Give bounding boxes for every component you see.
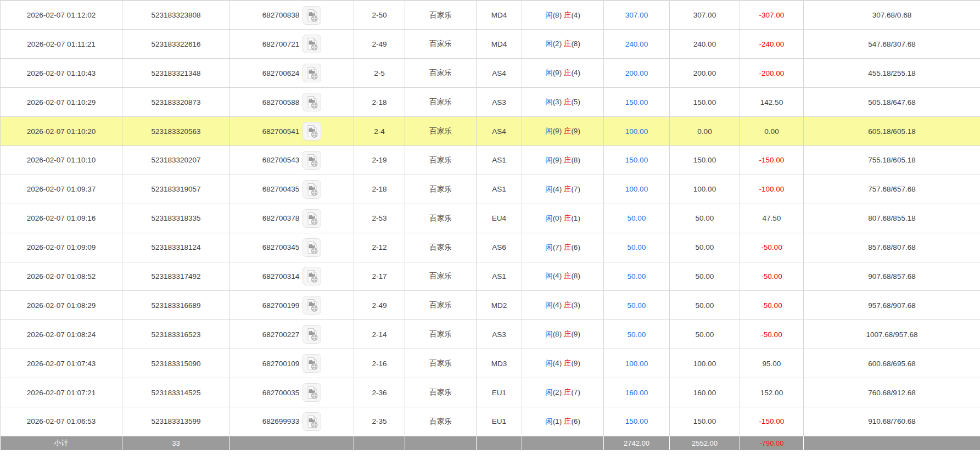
video-replay-button[interactable] xyxy=(303,122,321,141)
bet-amount-link[interactable]: 200.00 xyxy=(625,69,648,77)
cell-balance: 455.18/255.18 xyxy=(804,59,980,88)
cell-balance: 910.68/760.68 xyxy=(804,407,980,436)
player-points: (9) xyxy=(553,69,564,77)
table-row[interactable]: 2026-02-07 01:08:24523183316523682700227… xyxy=(1,320,980,349)
video-replay-button[interactable] xyxy=(303,151,321,170)
cell-table-id: 2-17 xyxy=(354,262,405,291)
round-id: 682700588 xyxy=(262,98,300,106)
table-row[interactable]: 2026-02-07 01:10:43523183321348682700624… xyxy=(1,59,980,88)
cell-game-name: 百家乐 xyxy=(405,320,477,349)
bet-amount-link[interactable]: 240.00 xyxy=(625,40,648,48)
player-points: (1) xyxy=(553,417,564,425)
bet-amount-link[interactable]: 307.00 xyxy=(625,11,648,19)
player-points: (4) xyxy=(553,359,564,367)
cell-valid-bet: 0.00 xyxy=(670,117,740,146)
video-icon xyxy=(303,122,321,141)
cell-bet-amount: 307.00 xyxy=(604,1,670,30)
bet-amount-link[interactable]: 100.00 xyxy=(625,127,648,136)
player-result-label: 闲 xyxy=(545,11,553,19)
bet-amount-link[interactable]: 160.00 xyxy=(625,389,648,397)
cell-balance: 807.68/855.18 xyxy=(804,204,980,233)
table-row[interactable]: 2026-02-07 01:06:53523183313599682699933… xyxy=(1,407,980,436)
subtotal-row: 小计332742.002552.00-790.00 xyxy=(1,436,980,450)
banker-result-label: 庄 xyxy=(564,301,572,309)
round-id: 682700035 xyxy=(262,389,300,397)
cell-room-code: AS4 xyxy=(477,117,522,146)
bet-amount-link[interactable]: 100.00 xyxy=(625,185,648,193)
table-row[interactable]: 2026-02-07 01:08:52523183317492682700314… xyxy=(1,262,980,291)
cell-order-id: 523183313599 xyxy=(122,407,230,436)
table-row[interactable]: 2026-02-07 01:10:20523183320563682700541… xyxy=(1,117,980,146)
cell-win-loss: -307.00 xyxy=(740,1,804,30)
cell-result: 闲(4) 庄(8) xyxy=(522,262,604,291)
bet-amount-link[interactable]: 150.00 xyxy=(625,98,648,106)
video-replay-button[interactable] xyxy=(303,296,321,315)
cell-table-id: 2-18 xyxy=(354,88,405,117)
bet-amount-link[interactable]: 50.00 xyxy=(628,243,646,251)
video-replay-button[interactable] xyxy=(303,209,321,228)
cell-room-code: AS1 xyxy=(477,262,522,291)
bet-amount-link[interactable]: 50.00 xyxy=(628,214,646,222)
table-row[interactable]: 2026-02-07 01:12:02523183323808682700838… xyxy=(1,1,980,30)
cell-valid-bet: 200.00 xyxy=(670,59,740,88)
cell-room-code: AS1 xyxy=(477,175,522,204)
video-icon xyxy=(303,6,321,25)
bet-amount-link[interactable]: 50.00 xyxy=(628,272,646,281)
cell-bet-amount: 100.00 xyxy=(604,175,670,204)
bet-amount-link[interactable]: 150.00 xyxy=(625,156,648,164)
cell-round: 682700624 xyxy=(230,59,354,88)
table-row[interactable]: 2026-02-07 01:09:37523183319057682700435… xyxy=(1,175,980,204)
cell-valid-bet: 150.00 xyxy=(670,145,740,175)
banker-points: (4) xyxy=(571,11,580,19)
bet-amount-link[interactable]: 100.00 xyxy=(625,360,648,368)
cell-bet-time: 2026-02-07 01:09:09 xyxy=(1,233,122,262)
video-replay-button[interactable] xyxy=(303,93,321,111)
video-replay-button[interactable] xyxy=(303,412,321,431)
banker-result-label: 庄 xyxy=(564,98,572,106)
video-replay-button[interactable] xyxy=(303,325,321,344)
video-replay-button[interactable] xyxy=(303,354,321,373)
cell-valid-bet: 50.00 xyxy=(670,204,740,233)
cell-table-id: 2-49 xyxy=(354,291,405,320)
cell-room-code: AS6 xyxy=(477,233,522,262)
video-replay-button[interactable] xyxy=(303,64,321,82)
cell-balance: 957.68/907.68 xyxy=(804,291,980,320)
cell-round: 682700838 xyxy=(230,1,354,30)
video-replay-button[interactable] xyxy=(303,35,321,53)
cell-balance: 760.68/912.68 xyxy=(804,378,980,407)
subtotal-empty-table xyxy=(354,436,405,450)
cell-round: 682700721 xyxy=(230,30,354,59)
video-replay-button[interactable] xyxy=(303,383,321,402)
cell-result: 闲(2) 庄(8) xyxy=(522,30,604,59)
player-result-label: 闲 xyxy=(545,330,553,338)
table-row[interactable]: 2026-02-07 01:10:10523183320207682700543… xyxy=(1,145,980,175)
player-points: (4) xyxy=(553,272,564,280)
bet-amount-link[interactable]: 150.00 xyxy=(625,417,648,425)
bet-amount-link[interactable]: 50.00 xyxy=(628,330,646,339)
banker-result-label: 庄 xyxy=(564,243,572,251)
video-replay-button[interactable] xyxy=(303,180,321,199)
subtotal-empty-balance xyxy=(804,436,980,450)
video-replay-button[interactable] xyxy=(303,267,321,285)
video-icon xyxy=(303,64,321,82)
table-row[interactable]: 2026-02-07 01:07:43523183315090682700109… xyxy=(1,349,980,378)
subtotal-bet-total: 2742.00 xyxy=(604,436,670,450)
bet-amount-link[interactable]: 50.00 xyxy=(628,301,646,310)
banker-result-label: 庄 xyxy=(564,359,572,367)
table-row[interactable]: 2026-02-07 01:09:16523183318335682700378… xyxy=(1,204,980,233)
table-row[interactable]: 2026-02-07 01:10:29523183320873682700588… xyxy=(1,88,980,117)
cell-result: 闲(4) 庄(9) xyxy=(522,349,604,378)
video-replay-button[interactable] xyxy=(303,238,321,257)
video-replay-button[interactable] xyxy=(303,6,321,25)
cell-bet-time: 2026-02-07 01:09:37 xyxy=(1,175,122,204)
table-row[interactable]: 2026-02-07 01:09:09523183318124682700345… xyxy=(1,233,980,262)
cell-round: 682700435 xyxy=(230,175,354,204)
table-row[interactable]: 2026-02-07 01:08:29523183316689682700199… xyxy=(1,291,980,320)
cell-valid-bet: 150.00 xyxy=(670,407,740,436)
banker-points: (9) xyxy=(571,359,580,367)
table-row[interactable]: 2026-02-07 01:07:21523183314525682700035… xyxy=(1,378,980,407)
table-row[interactable]: 2026-02-07 01:11:21523183322616682700721… xyxy=(1,30,980,59)
cell-room-code: MD2 xyxy=(477,291,522,320)
cell-balance: 600.68/695.68 xyxy=(804,349,980,378)
cell-order-id: 523183316523 xyxy=(122,320,230,349)
